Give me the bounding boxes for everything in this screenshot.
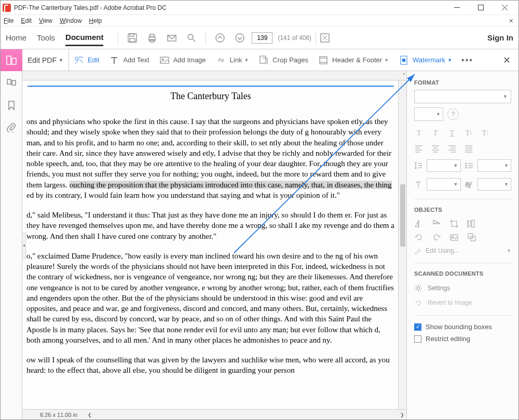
superscript-icon[interactable]: T1	[464, 128, 473, 138]
hscroll-right[interactable]: ❯	[400, 412, 404, 417]
document-body[interactable]: ons and physicians who spoke the first i…	[23, 116, 398, 376]
color-picker[interactable]: ?	[447, 109, 459, 120]
thumbnails-icon[interactable]	[6, 78, 17, 89]
document-title: The Canterbury Tales	[23, 91, 398, 102]
edit-using-label: Edit Using...	[426, 247, 459, 254]
edit-using-dropdown[interactable]: Edit Using... ▼	[414, 247, 511, 254]
subscript-icon[interactable]: T1	[481, 128, 490, 138]
edit-icon	[74, 56, 84, 65]
mail-icon[interactable]	[166, 32, 177, 44]
attachment-icon[interactable]	[6, 122, 17, 132]
sign-in-link[interactable]: Sign In	[487, 33, 513, 42]
menu-edit[interactable]: Edit	[21, 17, 32, 24]
link-button[interactable]: Link▼	[211, 49, 254, 71]
page-number-input[interactable]	[252, 32, 272, 44]
close-editbar-button[interactable]: ✕	[501, 55, 512, 66]
rotate-ccw-icon[interactable]	[414, 233, 424, 242]
menu-view[interactable]: View	[39, 17, 52, 24]
font-family-dropdown[interactable]: ▼	[414, 90, 511, 103]
print-icon[interactable]	[146, 32, 158, 44]
main-toolbar: Home Tools Document (141 of 406) Sign In	[1, 26, 518, 49]
char-spacing-icon: AV	[465, 180, 473, 188]
bookmark-icon[interactable]	[6, 100, 17, 111]
align-center-icon[interactable]	[431, 144, 440, 153]
add-image-button[interactable]: Add Image	[155, 49, 211, 71]
crop-pages-button[interactable]: Crop Pages	[254, 49, 313, 71]
replace-image-icon[interactable]	[449, 233, 459, 242]
maximize-button[interactable]	[469, 1, 493, 15]
menu-help[interactable]: Help	[89, 17, 102, 24]
para-1-highlight: ouching the proposition that the physici…	[70, 181, 392, 189]
more-tools-button[interactable]: •••	[457, 56, 477, 65]
svg-point-49	[466, 167, 467, 168]
rotate-cw-icon[interactable]	[432, 233, 441, 242]
svg-rect-30	[12, 80, 16, 85]
hscroll-left[interactable]: ❮	[88, 412, 92, 417]
scroll-up-button[interactable]: ˄	[22, 71, 406, 80]
header-footer-button[interactable]: Header & Footer▼	[313, 49, 394, 71]
flip-h-icon[interactable]	[414, 219, 424, 228]
menu-file[interactable]: File	[4, 17, 13, 24]
bold-icon[interactable]: T	[414, 128, 424, 138]
settings-label: Settings	[428, 284, 450, 292]
italic-icon[interactable]: T	[431, 128, 440, 138]
list-style-dropdown[interactable]: ▼	[477, 159, 512, 172]
svg-rect-28	[402, 59, 405, 62]
tab-document[interactable]: Document	[65, 33, 103, 46]
tab-home[interactable]: Home	[6, 33, 26, 45]
align-left-icon[interactable]	[414, 144, 424, 153]
header-footer-icon	[319, 56, 328, 65]
restrict-editing-checkbox[interactable]: Restrict editing	[414, 335, 511, 343]
hscale-dropdown[interactable]: ▼	[427, 178, 461, 191]
search-icon[interactable]	[186, 32, 197, 44]
edit-pdf-tool-icon[interactable]	[1, 49, 22, 71]
edit-button[interactable]: Edit	[69, 49, 104, 71]
page-up-icon[interactable]	[214, 32, 226, 44]
svg-rect-18	[7, 56, 11, 64]
document-area: ˄ ◂ The Canterbury Tales ons and physici…	[22, 71, 406, 419]
text-icon	[110, 56, 119, 65]
show-bounding-boxes-checkbox[interactable]: ✓ Show bounding boxes	[414, 323, 511, 331]
document-close-icon[interactable]: ×	[509, 17, 513, 25]
font-size-dropdown[interactable]: ▼	[414, 107, 443, 121]
menu-bar: File Edit View Window Help ×	[1, 15, 518, 26]
para-2: d," said Melibeus, "I understand it thus…	[26, 210, 395, 241]
line-spacing-icon	[414, 161, 422, 170]
edit-pdf-dropdown[interactable]: Edit PDF▼	[22, 49, 69, 71]
char-spacing-dropdown[interactable]: ▼	[477, 178, 512, 191]
tab-tools[interactable]: Tools	[37, 33, 55, 45]
svg-point-47	[466, 163, 467, 164]
svg-point-13	[216, 34, 224, 42]
svg-rect-5	[130, 34, 134, 36]
add-text-button[interactable]: Add Text	[104, 49, 154, 71]
menu-window[interactable]: Window	[60, 17, 82, 24]
crop-obj-icon[interactable]	[449, 219, 459, 228]
align-justify-icon[interactable]	[464, 144, 473, 153]
underline-icon[interactable]: T	[447, 128, 457, 138]
minimize-button[interactable]	[445, 1, 469, 15]
align-right-icon[interactable]	[447, 144, 457, 153]
watermark-button[interactable]: Watermark▼	[394, 49, 457, 71]
svg-rect-8	[150, 34, 154, 37]
objects-heading: OBJECTS	[414, 207, 511, 213]
crop-label: Crop Pages	[272, 56, 308, 64]
tools-box-icon[interactable]	[320, 33, 330, 43]
format-heading: FORMAT	[414, 79, 511, 86]
arrange-icon[interactable]	[467, 233, 476, 242]
flip-v-icon[interactable]	[432, 219, 441, 228]
header-rule	[28, 86, 394, 87]
hscale-icon	[414, 180, 422, 188]
page-down-icon[interactable]	[234, 32, 245, 44]
link-label: Link	[230, 56, 242, 64]
align-obj-icon[interactable]	[467, 219, 476, 228]
left-nav-rail	[1, 71, 22, 419]
checkbox-checked-icon: ✓	[414, 323, 421, 331]
save-icon[interactable]	[127, 32, 138, 44]
settings-link[interactable]: Settings	[414, 284, 511, 292]
close-button[interactable]	[493, 1, 516, 15]
para-3: o," exclaimed Dame Prudence, "how easily…	[26, 251, 395, 345]
link-icon	[216, 56, 226, 65]
svg-rect-24	[320, 57, 327, 64]
svg-rect-56	[468, 221, 471, 226]
line-spacing-dropdown[interactable]: ▼	[427, 159, 461, 172]
